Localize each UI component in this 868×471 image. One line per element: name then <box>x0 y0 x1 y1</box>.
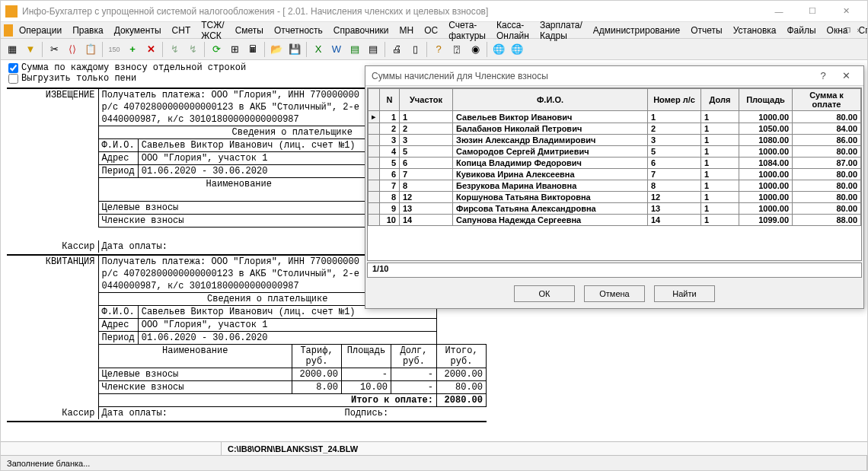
mdi-restore[interactable]: ❐ <box>842 25 853 36</box>
dialog-sums: Суммы начислений для Членские взносы ? ✕… <box>365 65 864 309</box>
tool-icon[interactable]: ▤ <box>346 41 363 58</box>
menu-item[interactable]: Правка <box>68 24 108 37</box>
menu-item[interactable]: ТСЖ/ЖСК <box>196 18 228 43</box>
tool-icon[interactable]: ↯ <box>184 41 201 58</box>
menu-item[interactable]: Счета-фактуры <box>444 18 490 43</box>
close-button[interactable]: ✕ <box>829 1 863 22</box>
menu-item[interactable]: Файлы <box>782 24 820 37</box>
menubar: Операции Правка Документы СНТ ТСЖ/ЖСК См… <box>1 22 867 39</box>
globe-icon[interactable]: 🌐 <box>490 41 507 58</box>
menu-item[interactable]: СНТ <box>168 24 196 37</box>
menu-item[interactable]: Касса-Онлайн <box>492 18 534 43</box>
file-path: C:\IB8\ORN\BLANKS\ST_24.BLW <box>222 444 364 453</box>
table-row[interactable]: 7 8 Безрукова Марина Ивановна 8 1 1000.0… <box>369 180 861 192</box>
app-icon <box>5 5 18 18</box>
word-icon[interactable]: W <box>328 41 345 58</box>
find-button[interactable]: Найти <box>654 285 715 302</box>
add-icon[interactable]: + <box>124 41 141 58</box>
context-help-icon[interactable]: ⍰ <box>448 41 465 58</box>
toolbar: ▦ ▼ ✂ ⟨⟩ 📋 150 + ✕ ↯ ↯ ⟳ ⊞ 🖩 📂 💾 X W ▤ ▤… <box>1 39 867 60</box>
tool-icon[interactable]: ↯ <box>166 41 183 58</box>
print-icon[interactable]: 🖨 <box>388 41 405 58</box>
help-icon[interactable]: ? <box>430 41 447 58</box>
menu-item[interactable]: Отчетность <box>270 24 327 37</box>
menu-item[interactable]: ОС <box>420 24 442 37</box>
menu-item[interactable]: Документы <box>110 24 166 37</box>
ok-button[interactable]: ОК <box>514 285 575 302</box>
table-row[interactable]: 4 5 Самородов Сергей Дмитриевич 5 1 1000… <box>369 146 861 158</box>
table-row[interactable]: 8 12 Коршунова Татьяна Викторовна 12 1 1… <box>369 192 861 203</box>
menu-item[interactable]: Отчеты <box>686 24 726 37</box>
table-row[interactable]: 10 14 Сапунова Надежда Сергеевна 14 1 10… <box>369 215 861 226</box>
tool-icon[interactable]: 150 <box>106 41 123 58</box>
statusbar: Заполнение бланка... <box>1 455 867 470</box>
dialog-grid[interactable]: N Участок Ф.И.О. Номер л/с Доля Площадь … <box>367 88 862 261</box>
excel-icon[interactable]: X <box>310 41 327 58</box>
dialog-row-indicator: 1/10 <box>367 263 862 278</box>
dialog-help-icon[interactable]: ? <box>812 70 834 81</box>
preview-icon[interactable]: ▯ <box>407 41 423 58</box>
dialog-title: Суммы начислений для Членские взносы <box>372 71 548 81</box>
open-icon[interactable]: 📂 <box>268 41 285 58</box>
filter-icon[interactable]: ▼ <box>22 41 39 58</box>
tool-icon[interactable]: ⟨⟩ <box>64 41 81 58</box>
kvit-label: КВИТАНЦИЯ <box>7 255 98 268</box>
table-row[interactable]: 2 2 Балабанов Николай Петрович 2 1 1050.… <box>369 123 861 135</box>
mdi-close[interactable]: × <box>854 25 864 36</box>
dialog-titlebar: Суммы начислений для Членские взносы ? ✕ <box>365 66 863 86</box>
table-row[interactable]: ▸ 1 1 Савельев Виктор Иванович 1 1 1000.… <box>369 111 861 123</box>
menu-item[interactable]: МН <box>395 24 419 37</box>
window-title: Инфо-Бухгалтер с упрощенной системой нал… <box>22 6 762 17</box>
table-row[interactable]: 5 6 Копица Владимир Федорович 6 1 1084.0… <box>369 158 861 169</box>
refresh-icon[interactable]: ⟳ <box>208 41 225 58</box>
tool-icon[interactable]: ◉ <box>467 41 483 58</box>
maximize-button[interactable]: ☐ <box>796 1 829 22</box>
table-row[interactable]: 3 3 Зюзин Александр Владимирович 3 1 108… <box>369 135 861 146</box>
pathbar: C:\IB8\ORN\BLANKS\ST_24.BLW <box>1 441 867 455</box>
table-row[interactable]: 6 7 Кувикова Ирина Алексеевна 7 1 1000.0… <box>369 169 861 180</box>
menu-item[interactable]: Администрирование <box>589 24 685 37</box>
menu-item[interactable]: Справочники <box>329 24 394 37</box>
dialog-close-icon[interactable]: ✕ <box>834 70 857 81</box>
delete-icon[interactable]: ✕ <box>142 41 159 58</box>
globe-icon[interactable]: 🌐 <box>509 41 525 58</box>
calc-icon[interactable]: 🖩 <box>244 41 261 58</box>
izv-label: ИЗВЕЩЕНИЕ <box>7 88 98 101</box>
menu-item[interactable]: Сметы <box>231 24 268 37</box>
paste-icon[interactable]: 📋 <box>82 41 99 58</box>
titlebar: Инфо-Бухгалтер с упрощенной системой нал… <box>1 1 867 22</box>
menu-item[interactable]: Установка <box>729 24 781 37</box>
tool-icon[interactable]: ▤ <box>365 41 381 58</box>
menu-item[interactable]: Зарплата/Кадры <box>535 18 587 43</box>
menu-item[interactable]: Операции <box>14 24 66 37</box>
status-text: Заполнение бланка... <box>1 456 867 470</box>
tool-icon[interactable]: ▦ <box>4 41 21 58</box>
table-row[interactable]: 9 13 Фирсова Татьяна Александровна 13 1 … <box>369 203 861 215</box>
minimize-button[interactable]: — <box>762 1 796 22</box>
cut-icon[interactable]: ✂ <box>46 41 62 58</box>
doc-icon <box>4 24 13 37</box>
mdi-controls: – ❐ × <box>831 25 864 36</box>
tool-icon[interactable]: ⊞ <box>226 41 243 58</box>
mdi-minimize[interactable]: – <box>831 25 841 36</box>
cancel-button[interactable]: Отмена <box>584 285 645 302</box>
save-icon[interactable]: 💾 <box>286 41 303 58</box>
